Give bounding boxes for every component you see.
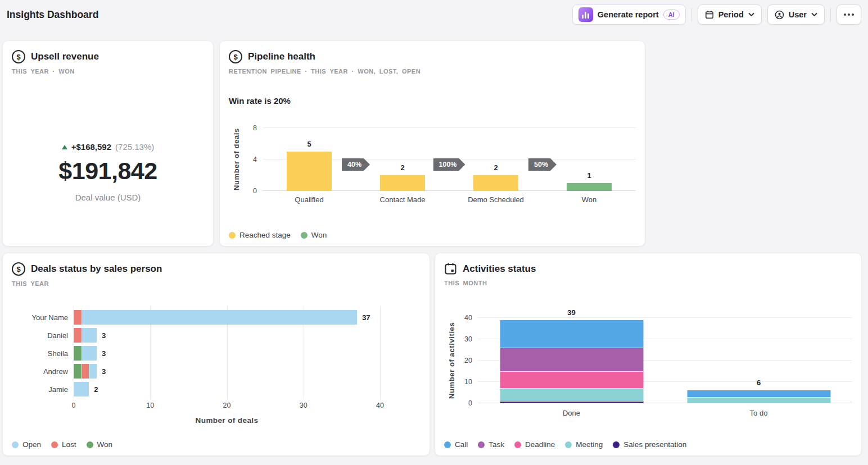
bar-slots: 396 xyxy=(478,318,852,403)
legend-dot xyxy=(12,441,19,448)
category-labels: DoneTo do xyxy=(478,409,852,417)
category-label: Contact Made xyxy=(356,195,449,204)
bar-segment[interactable] xyxy=(500,371,643,388)
table-row: Jamie2 xyxy=(12,380,421,398)
axis-tick-label: 8 xyxy=(253,124,257,132)
legend-label: Task xyxy=(489,440,504,449)
bar-segment[interactable] xyxy=(74,364,82,379)
bar-segment[interactable] xyxy=(687,397,830,403)
card-subtitle: THIS MONTH xyxy=(444,280,852,286)
legend-item: Won xyxy=(301,231,327,239)
stacked-bar[interactable] xyxy=(687,390,830,403)
stacked-bar[interactable] xyxy=(74,328,380,343)
legend-dot xyxy=(478,441,485,448)
table-row: Andrew3 xyxy=(12,362,421,380)
pipeline-funnel-chart: Number of deals048522140%100%50%Qualifie… xyxy=(229,128,636,204)
legend-dot xyxy=(301,232,308,239)
bar-segment[interactable] xyxy=(89,364,97,379)
plot-area: 522140%100%50% xyxy=(263,128,636,191)
chevron-down-icon xyxy=(748,12,754,17)
bar-segment[interactable] xyxy=(500,348,643,371)
dollar-circle-icon: $ xyxy=(12,50,25,63)
activities-status-card[interactable]: Activities status THIS MONTH Number of a… xyxy=(435,253,862,456)
stacked-bar[interactable] xyxy=(74,310,380,325)
upsell-summary: +$168,592 (725.13%) $191,842 Deal value … xyxy=(12,75,204,202)
card-title: Pipeline health xyxy=(248,51,315,62)
deal-value-caption: Deal value (USD) xyxy=(75,193,141,202)
card-subtitle: THIS YEAR · WON xyxy=(12,68,204,75)
divider xyxy=(691,8,692,21)
category-label: Won xyxy=(542,195,636,204)
user-icon xyxy=(775,10,784,20)
activities-legend: CallTaskDeadlineMeetingSales presentatio… xyxy=(444,440,686,449)
axis-tick-label: 40 xyxy=(376,402,384,409)
legend-item: Meeting xyxy=(565,440,603,449)
funnel-bar[interactable] xyxy=(473,175,518,191)
bar-slot: 39 xyxy=(478,318,665,403)
chart-body: Number of deals048522140%100%50%Qualifie… xyxy=(229,128,636,204)
page-title: Insights Dashboard xyxy=(7,9,98,21)
axis-tick-label: 20 xyxy=(464,357,472,364)
card-title: Deals status by sales person xyxy=(31,263,162,275)
bar-segment[interactable] xyxy=(82,328,97,343)
card-title: Upsell revenue xyxy=(31,51,99,62)
deal-value: $191,842 xyxy=(58,157,157,185)
trend-up-icon xyxy=(62,145,67,149)
funnel-bar[interactable] xyxy=(380,175,425,191)
row-label: Sheila xyxy=(12,349,74,358)
bar-segment[interactable] xyxy=(82,364,89,379)
ellipsis-icon xyxy=(844,13,854,16)
user-filter-button[interactable]: User xyxy=(767,4,825,25)
axis-tick-label: 10 xyxy=(464,378,472,386)
period-filter-button[interactable]: Period xyxy=(698,4,762,25)
bar-segment[interactable] xyxy=(500,388,643,401)
legend-item: Task xyxy=(478,440,504,449)
bar-segment[interactable] xyxy=(82,346,97,361)
generate-report-button[interactable]: Generate report AI xyxy=(572,4,686,25)
bar-segment[interactable] xyxy=(687,390,830,396)
change-row: +$168,592 (725.13%) xyxy=(62,142,155,152)
legend-label: Lost xyxy=(62,440,76,449)
bar-area: 3 xyxy=(74,328,380,343)
stacked-bar[interactable] xyxy=(74,382,380,396)
ai-report-icon xyxy=(578,7,593,22)
activities-stacked-chart: Number of activities010203040396DoneTo d… xyxy=(444,318,852,417)
calendar-icon xyxy=(705,10,714,19)
bar-segment[interactable] xyxy=(74,310,82,325)
bar-segment[interactable] xyxy=(500,401,643,403)
legend-item: Open xyxy=(12,440,41,449)
win-rate-text: Win rate is 20% xyxy=(229,96,636,106)
legend-dot xyxy=(229,232,236,239)
change-value: +$168,592 xyxy=(71,142,111,152)
period-label: Period xyxy=(718,10,744,19)
pipeline-health-card[interactable]: $ Pipeline health RETENTION PIPELINE · T… xyxy=(219,40,645,247)
bar-total-label: 3 xyxy=(102,331,106,340)
bar-segment[interactable] xyxy=(500,320,643,348)
bar-segment[interactable] xyxy=(74,328,82,343)
deals-legend: OpenLostWon xyxy=(12,440,112,449)
more-options-button[interactable] xyxy=(837,4,861,25)
funnel-bar[interactable] xyxy=(287,152,332,191)
stacked-bar[interactable] xyxy=(500,320,643,403)
card-subtitle: THIS YEAR xyxy=(12,280,421,287)
card-header: $ Pipeline health xyxy=(229,50,636,63)
bar-total-label: 37 xyxy=(362,313,370,322)
bar-segment[interactable] xyxy=(82,310,358,325)
legend-dot xyxy=(514,441,521,448)
stacked-bar[interactable] xyxy=(74,346,380,361)
y-axis-label: Number of deals xyxy=(229,128,243,191)
funnel-bar[interactable] xyxy=(567,183,612,191)
legend-label: Meeting xyxy=(576,440,603,449)
bar-value-label: 1 xyxy=(542,171,636,180)
legend-dot xyxy=(565,441,572,448)
bar-area: 2 xyxy=(74,382,380,396)
legend-item: Sales presentation xyxy=(613,440,686,449)
upsell-revenue-card[interactable]: $ Upsell revenue THIS YEAR · WON +$168,5… xyxy=(2,40,214,247)
bar-segment[interactable] xyxy=(74,382,89,396)
stacked-bar[interactable] xyxy=(74,364,380,379)
plot-column: 396DoneTo do xyxy=(478,318,852,417)
calendar-icon xyxy=(444,262,457,275)
deals-status-card[interactable]: $ Deals status by sales person THIS YEAR… xyxy=(2,253,430,456)
bar-segment[interactable] xyxy=(74,346,82,361)
bar-total-label: 2 xyxy=(94,385,98,394)
